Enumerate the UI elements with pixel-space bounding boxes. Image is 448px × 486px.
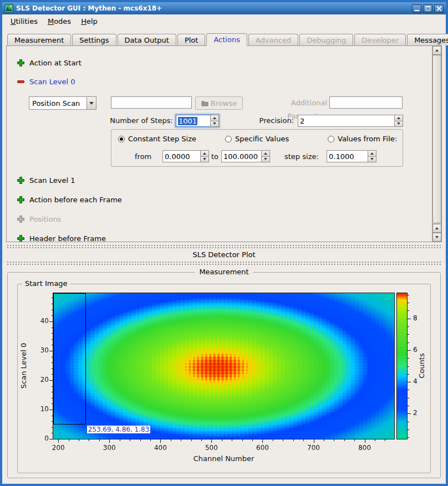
scroll-slider[interactable] — [432, 55, 441, 223]
colorbar-canvas — [396, 293, 408, 439]
header-before-frame-label[interactable]: Header before Frame — [29, 234, 106, 243]
spin-up-button[interactable] — [200, 150, 209, 157]
y-minor-tick — [52, 362, 53, 363]
tab-settings[interactable]: Settings — [72, 34, 116, 45]
colorbar-minor-tick — [408, 437, 409, 438]
x-tick-label: 800 — [353, 444, 377, 452]
heatmap-canvas[interactable] — [53, 293, 395, 439]
zoom-rubber-band[interactable] — [53, 293, 86, 424]
splitter-dots[interactable] — [7, 244, 441, 249]
y-tick-label: 10 — [27, 405, 49, 413]
colorbar-minor-tick — [408, 358, 409, 359]
spin-up-button[interactable] — [368, 150, 376, 157]
radio-specific-values[interactable]: Specific Values — [225, 135, 289, 143]
step-size-value: 0.1000 — [329, 152, 354, 161]
x-minor-tick — [79, 439, 79, 441]
precision-label: Precision: — [254, 115, 294, 127]
scan-mode-combo[interactable]: Position Scan — [29, 96, 96, 110]
spin-down-button[interactable] — [368, 157, 376, 163]
tab-measurement[interactable]: Measurement — [7, 34, 71, 45]
close-button[interactable] — [434, 4, 444, 13]
spin-up-button[interactable] — [210, 115, 219, 121]
scroll-down-button[interactable] — [432, 233, 441, 242]
scan-level-0-row: Scan Level 0 — [17, 76, 430, 87]
menu-help[interactable]: Help — [76, 16, 103, 27]
spin-down-button[interactable] — [210, 121, 219, 127]
browse-button: Browse — [195, 96, 243, 110]
radio-icon[interactable] — [225, 136, 232, 142]
expand-plus-icon[interactable] — [17, 176, 25, 185]
x-tick — [365, 439, 365, 443]
start-image-groupbox: Start Image Channel Number Scan Level 0 … — [17, 284, 431, 473]
minimize-button[interactable] — [412, 4, 421, 13]
colorbar-minor-tick — [408, 422, 409, 422]
from-spinbox[interactable]: 0.0000 — [162, 150, 209, 162]
x-minor-tick — [150, 439, 151, 441]
browse-label: Browse — [211, 99, 237, 108]
x-minor-tick — [140, 439, 141, 441]
y-minor-tick — [52, 345, 53, 345]
scan-level-0-label[interactable]: Scan Level 0 — [29, 78, 75, 86]
additional-parameter-input[interactable] — [329, 96, 403, 109]
expand-plus-icon[interactable] — [17, 234, 25, 243]
scroll-up-button-bottom[interactable] — [432, 224, 441, 233]
radio-icon[interactable] — [328, 136, 334, 142]
scan-script-input[interactable] — [111, 96, 192, 109]
x-minor-tick — [69, 439, 69, 441]
spin-down-button[interactable] — [394, 121, 403, 127]
spin-up-button[interactable] — [261, 150, 270, 157]
actions-pane: Action at Start Scan Level 0 Position Sc… — [6, 45, 442, 242]
plot-panel: Measurement Start Image Channel Number S… — [2, 269, 446, 484]
scroll-up-button[interactable] — [432, 46, 441, 55]
title-bar[interactable]: SLS Detector GUI : Mythen - mcs6x18+ — [2, 2, 446, 14]
radio-values-from-file[interactable]: Values from File: — [328, 135, 397, 143]
scan-level-1-label[interactable]: Scan Level 1 — [29, 176, 75, 185]
splitter-dots[interactable] — [7, 261, 441, 265]
to-spinbox[interactable]: 100.0000 — [221, 150, 270, 162]
x-minor-tick — [252, 439, 253, 441]
y-tick — [49, 380, 53, 381]
window-body: UtilitiesModesHelp MeasurementSettingsDa… — [2, 14, 446, 484]
x-minor-tick — [120, 439, 120, 441]
x-minor-tick — [283, 439, 283, 441]
x-tick-label: 500 — [199, 444, 223, 452]
colorbar-minor-tick — [408, 429, 409, 430]
menu-modes[interactable]: Modes — [43, 16, 76, 27]
colorbar-minor-tick — [408, 295, 409, 295]
action-before-frame-label[interactable]: Action before each Frame — [29, 196, 122, 204]
maximize-button[interactable] — [423, 4, 432, 13]
plot-dock-title: SLS Detector Plot — [2, 250, 446, 259]
precision-spinbox[interactable]: 2 — [298, 115, 403, 127]
colorbar-minor-tick — [408, 374, 409, 375]
action-at-start-label[interactable]: Action at Start — [29, 59, 82, 67]
tab-plot[interactable]: Plot — [177, 34, 206, 45]
x-minor-tick — [334, 439, 334, 441]
x-tick — [211, 439, 212, 443]
tracker-readout: 253.69, 4.86, 1.83 — [87, 426, 151, 433]
tab-actions[interactable]: Actions — [206, 33, 247, 46]
y-minor-tick — [52, 386, 53, 387]
x-minor-tick — [324, 439, 324, 441]
colorbar-minor-tick — [408, 406, 409, 406]
plot-dock-handle[interactable]: SLS Detector Plot — [2, 242, 446, 269]
colorbar-tick — [408, 350, 411, 351]
x-minor-tick — [191, 439, 192, 441]
number-of-steps-spinbox[interactable]: 1001 — [176, 115, 219, 127]
measurement-groupbox: Measurement Start Image Channel Number S… — [7, 272, 441, 478]
expand-plus-icon[interactable] — [17, 196, 25, 204]
radio-constant-step-size[interactable]: Constant Step Size — [118, 135, 196, 143]
collapse-minus-icon[interactable] — [17, 78, 25, 86]
from-label: from — [135, 152, 151, 161]
spin-up-button[interactable] — [394, 115, 403, 121]
spin-down-button[interactable] — [200, 157, 209, 163]
tab-data-output[interactable]: Data Output — [118, 34, 176, 45]
tab-messages[interactable]: Messages — [407, 34, 448, 45]
combo-dropdown-icon[interactable] — [86, 96, 96, 110]
from-value: 0.0000 — [165, 152, 190, 161]
expand-plus-icon[interactable] — [17, 59, 25, 67]
menu-utilities[interactable]: Utilities — [6, 16, 43, 27]
vertical-scrollbar[interactable] — [432, 46, 441, 242]
spin-down-button[interactable] — [261, 157, 270, 163]
radio-selected-icon[interactable] — [118, 136, 125, 142]
step-size-spinbox[interactable]: 0.1000 — [327, 150, 376, 162]
